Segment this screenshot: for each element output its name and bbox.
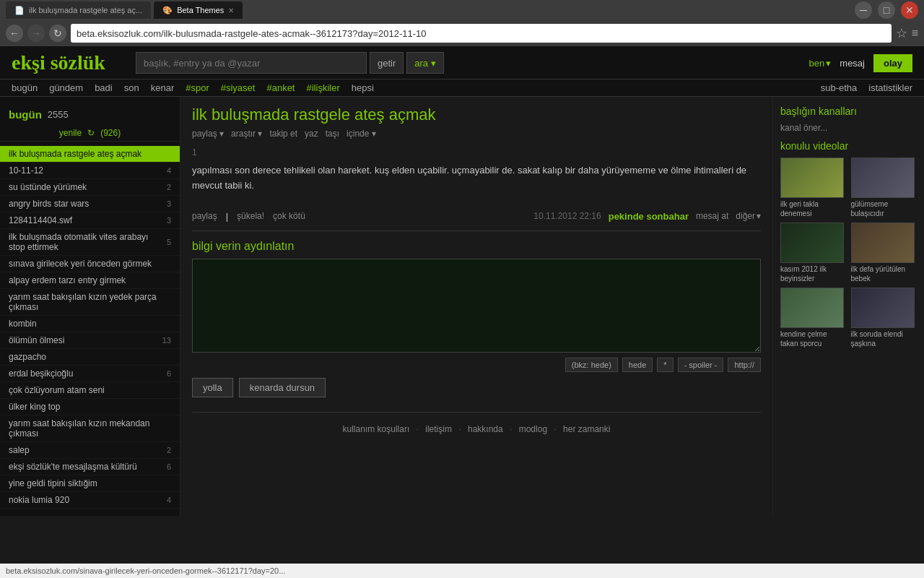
cokkotu-button[interactable]: çok kötü	[273, 211, 305, 222]
sidebar-item-8[interactable]: yarım saat bakışılan kızın yedek parça ç…	[0, 289, 180, 316]
sidebar-item-label-1: 10-11-12	[9, 165, 43, 176]
sub-nav: bugün gündem badi son kenar #spor #siyas…	[0, 79, 924, 97]
toolbar-bkz[interactable]: (bkz: hede)	[565, 358, 618, 372]
browser-tab-1[interactable]: 📄 ilk buluşmada rastgele ateş aç...	[6, 1, 151, 19]
video-item-4[interactable]: kendine çelme takan sporcu	[780, 288, 847, 348]
nav-bugun[interactable]: bugün	[12, 82, 38, 93]
nav-iliskiler[interactable]: #ilişkiler	[307, 82, 340, 93]
footer-modlog[interactable]: modlog	[519, 424, 547, 434]
sidebar-item-14[interactable]: ülker king top	[0, 399, 180, 415]
browser-menu-icon[interactable]: ≡	[912, 27, 918, 40]
site-logo[interactable]: ekşi sözlük	[12, 51, 127, 74]
sidebar-item-3[interactable]: angry birds star wars3	[0, 196, 180, 212]
maximize-button[interactable]: □	[878, 1, 895, 19]
video-label-2: kasım 2012 ilk beyinsizler	[780, 264, 847, 283]
olay-button[interactable]: olay	[873, 54, 912, 72]
video-item-2[interactable]: kasım 2012 ilk beyinsizler	[780, 223, 847, 283]
nav-subetha[interactable]: sub-etha	[821, 82, 858, 93]
sidebar-item-16[interactable]: salep2	[0, 442, 180, 459]
sidebar-item-label-6: sınava girilecek yeri önceden görmek	[9, 259, 152, 269]
sidebar-item-19[interactable]: nokia lumia 9204	[0, 492, 180, 509]
entry-author[interactable]: pekinde sonbahar	[609, 211, 689, 222]
footer-herzamanki[interactable]: her zamanki	[563, 424, 610, 434]
address-bar[interactable]	[71, 24, 892, 43]
action-arastir[interactable]: araştır ▾	[231, 129, 262, 139]
footer-hakkinda[interactable]: hakkında	[468, 424, 503, 434]
sidebar-item-5[interactable]: ilk buluşmada otomatik vites arabayı sto…	[0, 229, 180, 256]
sidebar-item-label-16: salep	[9, 445, 30, 455]
sidebar-item-18[interactable]: yine geldi tipini siktığim	[0, 475, 180, 492]
getir-button[interactable]: getir	[370, 52, 404, 74]
header-right: ben ▾ mesaj olay	[809, 54, 912, 72]
ara-button[interactable]: ara ▾	[406, 52, 444, 74]
ben-button[interactable]: ben ▾	[809, 58, 832, 69]
sidebar-item-2[interactable]: su üstünde yürümek2	[0, 179, 180, 196]
sidebar-item-label-3: angry birds star wars	[9, 199, 89, 209]
toolbar-hede[interactable]: hede	[622, 358, 653, 372]
nav-badi[interactable]: badi	[95, 82, 113, 93]
sidebar-item-15[interactable]: yarım saat bakışılan kızın mekandan çıkm…	[0, 415, 180, 442]
video-item-5[interactable]: ilk soruda elendi şaşkına	[851, 288, 918, 348]
footer-kullanim[interactable]: kullanım koşulları	[343, 424, 410, 434]
sidebar-item-9[interactable]: kombin	[0, 316, 180, 332]
tab2-close[interactable]: ✕	[228, 7, 234, 14]
close-window-button[interactable]: ✕	[901, 1, 918, 19]
action-tasi[interactable]: taşı	[326, 129, 339, 139]
action-yaz[interactable]: yaz	[305, 129, 318, 139]
nav-son[interactable]: son	[124, 82, 139, 93]
nav-gundem[interactable]: gündem	[49, 82, 83, 93]
minimize-button[interactable]: ─	[855, 1, 872, 19]
yenile-refresh-icon[interactable]: ↻	[87, 128, 95, 138]
video-item-3[interactable]: ilk defa yürütülen bebek	[851, 223, 918, 283]
sidebar-item-7[interactable]: alpay erdem tarzı entry girmek	[0, 272, 180, 289]
kenarda-button[interactable]: kenarda dursun	[239, 378, 326, 397]
toolbar-star[interactable]: *	[657, 358, 673, 372]
video-thumb-2	[780, 223, 844, 263]
video-thumb-0	[780, 158, 844, 198]
channels-title: başlığın kanalları	[780, 105, 917, 117]
sidebar-item-count-17: 6	[167, 462, 171, 471]
search-input[interactable]	[136, 52, 367, 74]
sidebar-item-11[interactable]: gazpacho	[0, 349, 180, 366]
video-label-3: ilk defa yürütülen bebek	[851, 264, 918, 283]
sidebar-item-label-18: yine geldi tipini siktığim	[9, 478, 97, 488]
nav-siyaset[interactable]: #siyaset	[221, 82, 256, 93]
action-icinde[interactable]: içinde ▾	[346, 129, 376, 139]
nav-kenar[interactable]: kenar	[151, 82, 175, 93]
back-button[interactable]: ←	[6, 25, 23, 42]
sidebar-item-1[interactable]: 10-11-124	[0, 163, 180, 179]
toolbar-spoiler[interactable]: - spoiler -	[678, 358, 724, 372]
bookmark-star-icon[interactable]: ☆	[896, 25, 907, 41]
sidebar-item-10[interactable]: ölümün ölmesi13	[0, 332, 180, 349]
yolla-button[interactable]: yolla	[192, 378, 233, 397]
sidebar-item-6[interactable]: sınava girilecek yeri önceden görmek	[0, 256, 180, 272]
comment-form-title: bilgi verin aydınlatın	[192, 240, 761, 253]
forward-button[interactable]: →	[27, 25, 45, 42]
sidebar-item-4[interactable]: 1284114404.swf3	[0, 212, 180, 229]
sidebar-item-label-10: ölümün ölmesi	[9, 335, 64, 345]
sukela-button[interactable]: şükela!	[237, 211, 264, 222]
comment-textarea[interactable]	[192, 259, 761, 353]
footer-iletisim[interactable]: iletişim	[425, 424, 452, 434]
sidebar-item-0[interactable]: ilk buluşmada rastgele ateş açmak	[0, 146, 180, 163]
browser-tab-2[interactable]: 🎨 Beta Themes ✕	[154, 1, 243, 19]
mesaj-nav-button[interactable]: mesaj	[840, 58, 865, 69]
action-takipet[interactable]: takip et	[269, 129, 297, 139]
sidebar-item-12[interactable]: erdal beşikçioğlu6	[0, 366, 180, 382]
video-item-0[interactable]: ilk geri takla denemesi	[780, 158, 847, 218]
nav-hepsi[interactable]: hepsi	[352, 82, 374, 93]
video-item-1[interactable]: gülümseme bulaşıcıdır	[851, 158, 918, 218]
mesaj-at-button[interactable]: mesaj at	[696, 211, 728, 221]
action-paylas[interactable]: paylaş ▾	[192, 129, 224, 139]
diger-button[interactable]: diğer ▾	[736, 211, 761, 221]
toolbar-http[interactable]: http://	[728, 358, 761, 372]
refresh-button[interactable]: ↻	[49, 25, 66, 42]
paylas-button[interactable]: paylaş	[192, 211, 217, 222]
sidebar-today-label: bugün	[9, 108, 42, 121]
nav-spor[interactable]: #spor	[186, 82, 209, 93]
sidebar-item-17[interactable]: ekşi sözlük'te mesajlaşma kültürü6	[0, 459, 180, 475]
nav-anket[interactable]: #anket	[266, 82, 295, 93]
sidebar-item-13[interactable]: çok özlüyorum atam seni	[0, 382, 180, 399]
kanal-oner-link[interactable]: kanal öner...	[780, 123, 917, 133]
nav-istatistikler[interactable]: istatistikler	[868, 82, 912, 93]
